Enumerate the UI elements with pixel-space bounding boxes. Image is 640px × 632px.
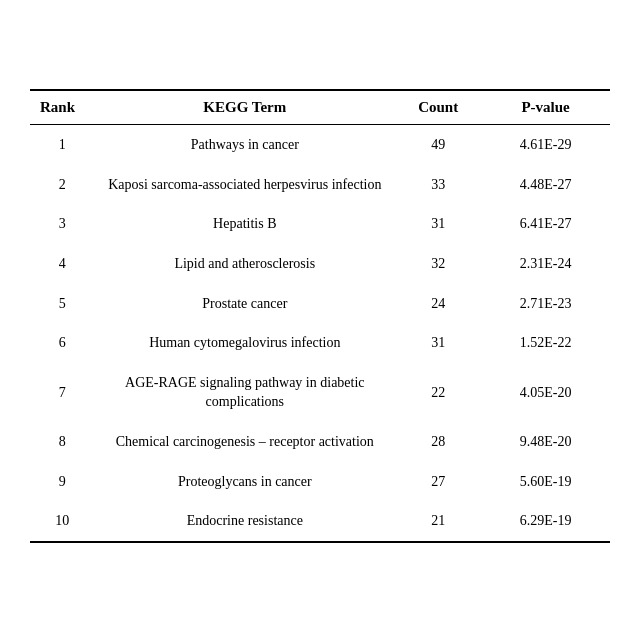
kegg-table-container: Rank KEGG Term Count P-value 1Pathways i… (30, 89, 610, 543)
cell-pvalue: 4.48E-27 (481, 165, 610, 205)
cell-pvalue: 6.29E-19 (481, 501, 610, 541)
cell-count: 31 (395, 204, 481, 244)
header-rank: Rank (30, 91, 94, 125)
table-row: 10Endocrine resistance216.29E-19 (30, 501, 610, 541)
cell-rank: 7 (30, 363, 94, 422)
cell-rank: 10 (30, 501, 94, 541)
table-row: 3Hepatitis B316.41E-27 (30, 204, 610, 244)
cell-kegg-term: Human cytomegalovirus infection (94, 323, 395, 363)
table-row: 5Prostate cancer242.71E-23 (30, 284, 610, 324)
cell-count: 21 (395, 501, 481, 541)
header-count: Count (395, 91, 481, 125)
cell-kegg-term: AGE-RAGE signaling pathway in diabetic c… (94, 363, 395, 422)
cell-count: 28 (395, 422, 481, 462)
cell-count: 27 (395, 462, 481, 502)
cell-rank: 1 (30, 125, 94, 165)
table-header-row: Rank KEGG Term Count P-value (30, 91, 610, 125)
cell-pvalue: 2.31E-24 (481, 244, 610, 284)
cell-count: 32 (395, 244, 481, 284)
cell-pvalue: 1.52E-22 (481, 323, 610, 363)
table-row: 8Chemical carcinogenesis – receptor acti… (30, 422, 610, 462)
cell-kegg-term: Hepatitis B (94, 204, 395, 244)
header-kegg-term: KEGG Term (94, 91, 395, 125)
cell-count: 22 (395, 363, 481, 422)
cell-pvalue: 4.05E-20 (481, 363, 610, 422)
cell-pvalue: 9.48E-20 (481, 422, 610, 462)
cell-rank: 4 (30, 244, 94, 284)
cell-rank: 8 (30, 422, 94, 462)
cell-pvalue: 6.41E-27 (481, 204, 610, 244)
cell-rank: 5 (30, 284, 94, 324)
cell-kegg-term: Kaposi sarcoma-associated herpesvirus in… (94, 165, 395, 205)
header-pvalue: P-value (481, 91, 610, 125)
table-row: 1Pathways in cancer494.61E-29 (30, 125, 610, 165)
cell-rank: 9 (30, 462, 94, 502)
table-row: 4Lipid and atherosclerosis322.31E-24 (30, 244, 610, 284)
cell-pvalue: 2.71E-23 (481, 284, 610, 324)
table-row: 2Kaposi sarcoma-associated herpesvirus i… (30, 165, 610, 205)
cell-kegg-term: Chemical carcinogenesis – receptor activ… (94, 422, 395, 462)
table-row: 6Human cytomegalovirus infection311.52E-… (30, 323, 610, 363)
cell-kegg-term: Proteoglycans in cancer (94, 462, 395, 502)
table-row: 7AGE-RAGE signaling pathway in diabetic … (30, 363, 610, 422)
cell-rank: 6 (30, 323, 94, 363)
kegg-table: Rank KEGG Term Count P-value 1Pathways i… (30, 91, 610, 541)
cell-kegg-term: Endocrine resistance (94, 501, 395, 541)
table-row: 9Proteoglycans in cancer275.60E-19 (30, 462, 610, 502)
cell-kegg-term: Prostate cancer (94, 284, 395, 324)
cell-rank: 3 (30, 204, 94, 244)
cell-kegg-term: Lipid and atherosclerosis (94, 244, 395, 284)
cell-count: 24 (395, 284, 481, 324)
cell-count: 33 (395, 165, 481, 205)
cell-pvalue: 4.61E-29 (481, 125, 610, 165)
cell-count: 49 (395, 125, 481, 165)
cell-pvalue: 5.60E-19 (481, 462, 610, 502)
table-body: 1Pathways in cancer494.61E-292Kaposi sar… (30, 125, 610, 541)
cell-count: 31 (395, 323, 481, 363)
cell-rank: 2 (30, 165, 94, 205)
cell-kegg-term: Pathways in cancer (94, 125, 395, 165)
